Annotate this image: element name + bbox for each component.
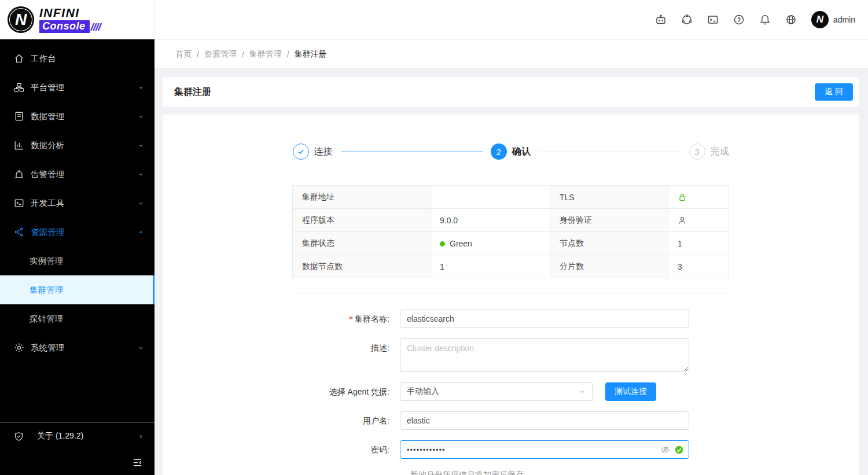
register-card: 连接 2 确认 3 完成 集群地址	[163, 115, 859, 475]
step-check-icon	[293, 143, 309, 160]
password-hint: 新的身份凭据信息将加密后保存	[410, 470, 859, 475]
agent-credential-select[interactable]: 手动输入	[400, 382, 593, 401]
step-connect: 连接	[293, 143, 333, 160]
chatbot-icon[interactable]	[655, 14, 667, 25]
analysis-icon	[14, 140, 24, 150]
cell-value	[668, 186, 729, 209]
step-connector-done	[341, 152, 483, 152]
lock-icon	[678, 193, 687, 202]
terminal-icon[interactable]	[707, 14, 719, 25]
agent-credential-label: 选择 Agent 凭据:	[163, 382, 400, 401]
cluster-register-form: *集群名称: 描述: 选择 Agent 凭据:	[163, 310, 859, 475]
home-icon	[14, 53, 24, 64]
notification-icon[interactable]	[759, 14, 771, 25]
sidebar-item-probe-management[interactable]: 探针管理	[0, 304, 155, 333]
step-label: 连接	[314, 146, 333, 158]
page-title: 集群注册	[174, 86, 211, 98]
description-textarea[interactable]	[400, 338, 689, 372]
user-menu[interactable]: N admin	[811, 11, 855, 28]
cell-value: 1	[668, 232, 729, 255]
sidebar-item-label: 资源管理	[31, 227, 138, 238]
sidebar-item-devtools[interactable]: 开发工具	[0, 189, 155, 218]
cell-value: 1	[431, 255, 550, 278]
steps-indicator: 连接 2 确认 3 完成	[293, 143, 729, 160]
sidebar-item-resources[interactable]: 资源管理	[0, 218, 155, 246]
breadcrumb: 首页 / 资源管理 / 集群管理 / 集群注册	[155, 39, 868, 69]
username-label: admin	[833, 15, 855, 24]
form-row-username: 用户名:	[163, 411, 859, 430]
sidebar-item-label: 告警管理	[31, 169, 138, 180]
sidebar-item-alerting[interactable]: 告警管理	[0, 160, 155, 189]
back-button[interactable]: 返 回	[815, 83, 853, 101]
breadcrumb-separator: /	[287, 50, 289, 59]
submenu-item-label: 探针管理	[30, 314, 63, 325]
about-label: 关于 (1.29.2)	[37, 431, 131, 441]
step-label: 完成	[711, 146, 729, 158]
cell-label: 节点数	[550, 232, 668, 255]
devtools-icon	[14, 198, 24, 208]
cell-label: 程序版本	[293, 209, 431, 232]
sidebar-item-data-analysis[interactable]: 数据分析	[0, 131, 155, 160]
cluster-name-input[interactable]	[400, 310, 689, 328]
sidebar-menu: 工作台 平台管理 数据管理 数据分析 告警管理	[0, 39, 155, 422]
breadcrumb-separator: /	[197, 50, 199, 59]
table-row: 程序版本 9.0.0 身份验证	[293, 209, 729, 232]
language-icon[interactable]	[785, 14, 797, 25]
chevron-up-icon	[138, 229, 144, 235]
cluster-name-label: *集群名称:	[163, 310, 400, 328]
sidebar-item-workbench[interactable]: 工作台	[0, 44, 155, 73]
breadcrumb-cluster-management[interactable]: 集群管理	[249, 49, 282, 60]
chevron-down-icon	[138, 142, 144, 149]
step-number: 2	[491, 143, 507, 160]
collapse-sidebar-icon[interactable]	[132, 457, 143, 468]
api-network-icon[interactable]	[681, 14, 693, 25]
selected-option: 手动输入	[407, 386, 439, 397]
chevron-right-icon	[138, 433, 144, 440]
section-divider	[293, 293, 729, 293]
sidebar-item-label: 平台管理	[31, 82, 138, 93]
sidebar-item-instance-management[interactable]: 实例管理	[0, 246, 155, 275]
system-icon	[14, 343, 24, 353]
brand-logo[interactable]: N INFINI Console ////	[0, 0, 155, 39]
step-connector-todo	[539, 152, 681, 152]
cell-label: 数据节点数	[293, 255, 431, 278]
step-confirm: 2 确认	[491, 143, 531, 160]
username-label: 用户名:	[163, 411, 400, 430]
cell-label: 集群状态	[293, 232, 431, 255]
cell-value	[431, 186, 550, 209]
chevron-down-icon	[138, 84, 144, 91]
content-area: 集群注册 返 回 连接 2 确认 3	[155, 69, 868, 475]
data-icon	[14, 111, 24, 121]
password-input[interactable]	[400, 440, 689, 459]
breadcrumb-resources[interactable]: 资源管理	[204, 49, 237, 60]
topbar: ? N admin	[155, 0, 868, 39]
main-area: ? N admin 首页 / 资源管理 / 集群管理 / 集群注册 集群注册 返…	[155, 0, 868, 475]
alert-icon	[14, 169, 24, 179]
breadcrumb-home[interactable]: 首页	[175, 49, 192, 60]
status-text: Green	[450, 239, 472, 248]
form-row-password: 密码:	[163, 440, 859, 459]
table-row: 数据节点数 1 分片数 3	[293, 255, 729, 278]
test-connection-button[interactable]: 测试连接	[605, 382, 656, 401]
eye-invisible-icon[interactable]	[660, 445, 670, 455]
cell-label: 分片数	[550, 255, 668, 278]
sidebar-item-about[interactable]: 关于 (1.29.2)	[0, 422, 155, 450]
sidebar-item-cluster-management[interactable]: 集群管理	[0, 275, 155, 304]
brand-text: INFINI Console ////	[39, 6, 101, 33]
brand-infini: INFINI	[39, 6, 101, 19]
cluster-info-table: 集群地址 TLS 程序版本 9.0.0 身份验证 集群状态 Green	[292, 185, 729, 278]
cell-label: 身份验证	[550, 209, 668, 232]
sidebar-item-platform[interactable]: 平台管理	[0, 73, 155, 102]
chevron-down-icon	[138, 345, 144, 351]
brand-slashes-icon: ////	[91, 21, 101, 32]
step-label: 确认	[512, 146, 531, 158]
table-row: 集群地址 TLS	[293, 186, 729, 209]
sidebar-item-data-management[interactable]: 数据管理	[0, 102, 155, 131]
sidebar-item-system[interactable]: 系统管理	[0, 333, 155, 362]
submenu-item-label: 集群管理	[30, 285, 63, 296]
username-input[interactable]	[400, 411, 689, 430]
submenu-item-label: 实例管理	[30, 256, 63, 267]
step-number: 3	[689, 143, 705, 160]
sidebar-item-label: 开发工具	[31, 198, 138, 209]
help-icon[interactable]: ?	[733, 14, 745, 25]
